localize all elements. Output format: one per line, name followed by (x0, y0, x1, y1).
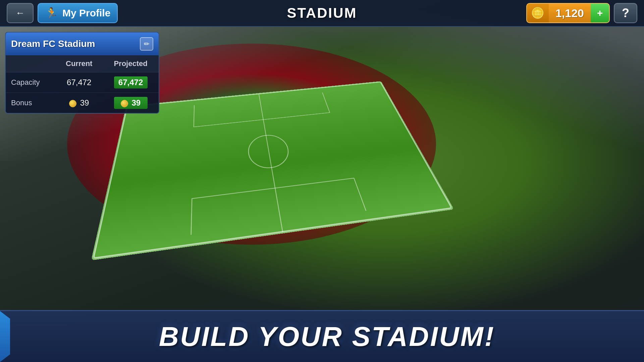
stats-label-header (6, 55, 55, 72)
banner-text: BUILD YOUR STADIUM! (10, 321, 644, 352)
top-bar-center-section: STADIUM (287, 5, 357, 21)
back-button[interactable]: ← (7, 3, 34, 23)
bonus-projected-cell: 39 (103, 93, 159, 113)
top-navigation-bar: ← 🏃 My Profile STADIUM 🪙 1,120 + ? (0, 0, 644, 27)
bonus-label: Bonus (6, 93, 55, 113)
stadium-info-panel: Dream FC Stadium ✏ Current Projected Cap… (5, 32, 159, 114)
stats-current-header: Current (55, 55, 103, 72)
capacity-projected-cell: 67,472 (103, 72, 159, 93)
add-coins-button[interactable]: + (591, 4, 609, 22)
edit-pencil-icon: ✏ (144, 40, 150, 48)
help-button[interactable]: ? (614, 3, 637, 23)
capacity-current-value: 67,472 (55, 72, 103, 93)
stats-projected-header: Projected (103, 55, 159, 72)
capacity-row: Capacity 67,472 67,472 (6, 72, 159, 93)
stadium-name: Dream FC Stadium (11, 39, 95, 49)
stadium-stats-table: Current Projected Capacity 67,472 67,472… (6, 55, 159, 113)
help-icon: ? (622, 6, 629, 20)
capacity-projected-value: 67,472 (114, 76, 148, 88)
edit-stadium-name-button[interactable]: ✏ (140, 37, 153, 51)
coin-icon-current (69, 100, 76, 107)
page-title: STADIUM (287, 5, 357, 21)
bonus-row: Bonus 39 39 (6, 93, 159, 113)
profile-runner-icon: 🏃 (45, 7, 58, 19)
my-profile-button[interactable]: 🏃 My Profile (38, 3, 118, 23)
top-bar-right-section: 🪙 1,120 + ? (526, 3, 637, 23)
stadium-name-bar: Dream FC Stadium ✏ (6, 33, 159, 55)
top-bar-left-section: ← 🏃 My Profile (7, 3, 118, 23)
bonus-current-cell: 39 (55, 93, 103, 113)
profile-button-label: My Profile (62, 7, 110, 19)
stats-header-row: Current Projected (6, 55, 159, 72)
bonus-projected-value: 39 (114, 97, 148, 109)
coin-icon: 🪙 (531, 7, 544, 19)
bottom-banner: BUILD YOUR STADIUM! (0, 310, 644, 362)
add-coins-icon: + (597, 7, 603, 19)
coin-icon-projected (121, 100, 128, 107)
coins-display: 🪙 1,120 + (526, 3, 610, 23)
capacity-label: Capacity (6, 72, 55, 93)
banner-accent (0, 311, 10, 362)
coins-amount: 1,120 (549, 7, 591, 20)
bonus-current-value: 39 (80, 98, 89, 107)
back-arrow-icon: ← (15, 8, 25, 18)
coins-icon-area: 🪙 (527, 4, 549, 22)
